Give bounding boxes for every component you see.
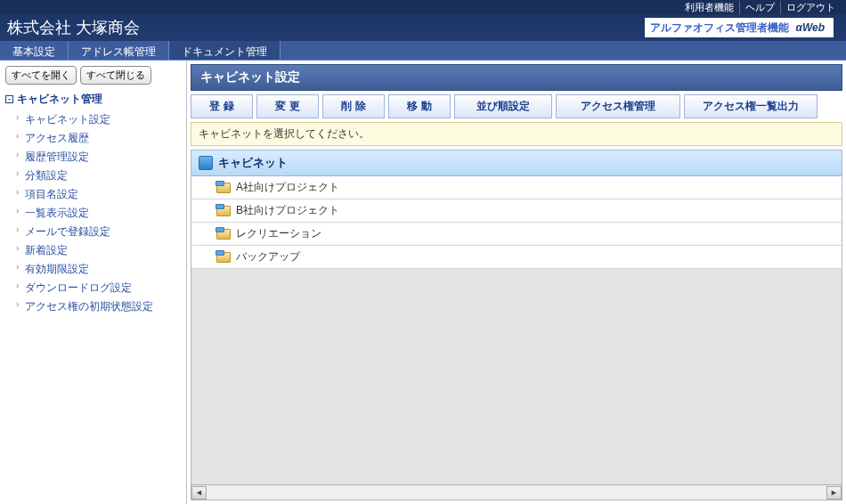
modify-button[interactable]: 変 更 [256,94,319,118]
access-export-button[interactable]: アクセス権一覧出力 [684,94,818,118]
collapse-all-button[interactable]: すべて閉じる [80,66,151,85]
scroll-track[interactable] [207,486,826,500]
access-control-button[interactable]: アクセス権管理 [556,94,680,118]
tree-root[interactable]: - キャビネット管理 [5,92,181,107]
cabinet-header-row[interactable]: キャビネット [191,150,842,176]
sidebar-item-mail-register-settings[interactable]: メールで登録設定 [25,225,110,238]
cabinet-row[interactable]: レクリエーション [191,223,842,246]
scroll-left-arrow-icon[interactable]: ◄ [191,486,207,500]
cabinet-row[interactable]: B社向けプロジェクト [191,199,842,223]
sort-order-button[interactable]: 並び順設定 [454,94,552,118]
company-title: 株式会社 大塚商会 [7,17,140,38]
sidebar-item-new-arrival-settings[interactable]: 新着設定 [25,244,68,256]
panel-title: キャビネット設定 [191,64,842,91]
hint-message: キャビネットを選択してください。 [191,122,842,146]
horizontal-scrollbar[interactable]: ◄ ► [191,484,842,500]
top-utility-bar: 利用者機能 ヘルプ ログアウト [0,0,846,14]
folder-icon [216,252,231,263]
alpha-web-logo: αWeb [792,20,828,36]
help-link[interactable]: ヘルプ [740,1,781,14]
sidebar-item-access-history[interactable]: アクセス履歴 [25,132,89,144]
collapse-box-icon[interactable]: - [5,95,13,103]
cabinet-row[interactable]: A社向けプロジェクト [191,176,842,199]
cabinet-content-area: キャビネット A社向けプロジェクト B社向けプロジェクト レクリエーション バッ… [191,150,842,500]
logout-link[interactable]: ログアウト [781,1,841,14]
scroll-right-arrow-icon[interactable]: ► [826,486,842,500]
page-header: 株式会社 大塚商会 アルファオフィス管理者機能 αWeb [0,14,846,41]
tab-address-book[interactable]: アドレス帳管理 [69,41,169,60]
sidebar-item-list-display-settings[interactable]: 一覧表示設定 [25,207,89,219]
folder-icon [216,206,231,216]
register-button[interactable]: 登 録 [191,94,253,118]
cabinet-row[interactable]: バックアップ [191,246,842,269]
sidebar: すべてを開く すべて閉じる - キャビネット管理 キャビネット設定 アクセス履歴… [0,61,187,504]
sidebar-item-history-settings[interactable]: 履歴管理設定 [25,150,89,163]
folder-icon [216,229,231,240]
cabinet-icon [199,156,213,170]
main-navbar: 基本設定 アドレス帳管理 ドキュメント管理 [0,41,846,61]
main-panel: キャビネット設定 登 録 変 更 削 除 移 動 並び順設定 アクセス権管理 ア… [187,61,846,504]
sidebar-item-category-settings[interactable]: 分類設定 [25,169,68,182]
move-button[interactable]: 移 動 [388,94,451,118]
empty-scroll-area [191,269,842,484]
sidebar-item-cabinet-settings[interactable]: キャビネット設定 [25,113,110,126]
tab-basic-settings[interactable]: 基本設定 [0,41,69,60]
sidebar-item-field-name-settings[interactable]: 項目名設定 [25,188,78,200]
tab-document-management[interactable]: ドキュメント管理 [169,41,281,60]
sidebar-item-download-log-settings[interactable]: ダウンロードログ設定 [25,281,132,294]
expand-all-button[interactable]: すべてを開く [5,66,77,85]
toolbar: 登 録 変 更 削 除 移 動 並び順設定 アクセス権管理 アクセス権一覧出力 [187,94,846,122]
delete-button[interactable]: 削 除 [322,94,385,118]
sidebar-item-access-default-state[interactable]: アクセス権の初期状態設定 [25,300,153,313]
app-subtitle: アルファオフィス管理者機能 αWeb [645,18,834,37]
sidebar-item-expiration-settings[interactable]: 有効期限設定 [25,263,89,275]
user-functions-link[interactable]: 利用者機能 [679,1,740,14]
tree-list: キャビネット設定 アクセス履歴 履歴管理設定 分類設定 項目名設定 一覧表示設定… [16,110,181,316]
folder-icon [216,183,231,193]
